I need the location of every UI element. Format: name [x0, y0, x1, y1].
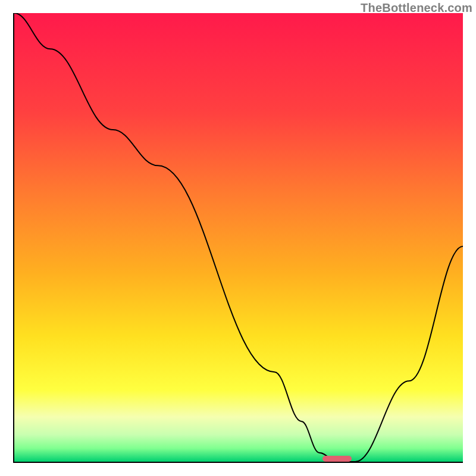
- chart-container: TheBottleneck.com: [0, 0, 476, 476]
- plot-area: [13, 13, 463, 463]
- bottleneck-curve: [14, 13, 463, 462]
- optimal-range-marker: [322, 456, 352, 462]
